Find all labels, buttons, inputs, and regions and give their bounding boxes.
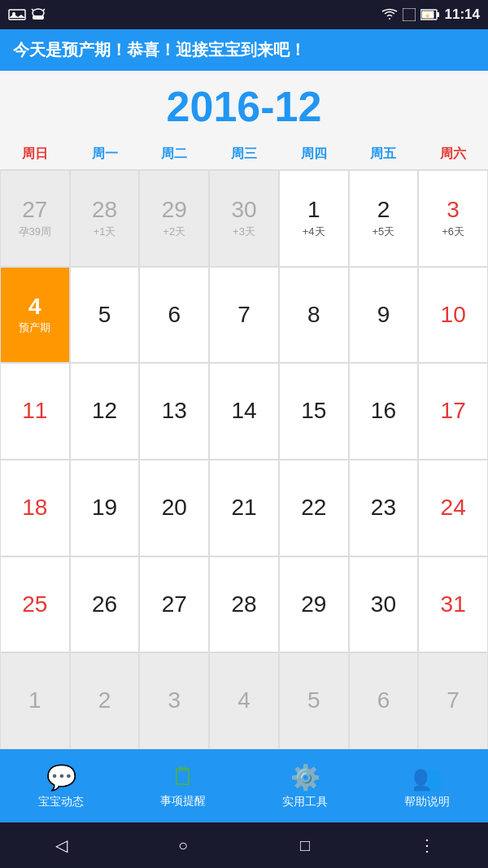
day-number: 30 bbox=[371, 592, 396, 617]
nav-item-2[interactable]: ⚙️实用工具 bbox=[244, 749, 366, 822]
day-number: 1 bbox=[307, 198, 320, 223]
home-button[interactable]: ○ bbox=[167, 829, 199, 861]
day-number: 28 bbox=[231, 592, 256, 617]
cal-cell-w2-d4[interactable]: 15 bbox=[279, 363, 349, 460]
svg-text:⚡: ⚡ bbox=[424, 12, 431, 20]
day-sublabel: +1天 bbox=[94, 225, 116, 239]
cal-cell-w3-d0[interactable]: 18 bbox=[0, 460, 70, 556]
cal-cell-w4-d3[interactable]: 28 bbox=[209, 556, 279, 653]
cal-cell-w5-d2[interactable]: 3 bbox=[139, 652, 209, 749]
cal-cell-w5-d4[interactable]: 5 bbox=[279, 652, 349, 749]
day-number: 8 bbox=[307, 303, 320, 328]
cal-cell-w1-d5[interactable]: 9 bbox=[349, 267, 419, 364]
cal-cell-w3-d1[interactable]: 19 bbox=[70, 460, 140, 556]
wifi-icon bbox=[381, 8, 398, 21]
svg-line-3 bbox=[32, 9, 33, 11]
cal-cell-w2-d6[interactable]: 17 bbox=[418, 363, 488, 460]
cal-cell-w5-d1[interactable]: 2 bbox=[70, 652, 140, 749]
month-header: 2016-12 bbox=[0, 71, 488, 136]
cal-cell-w0-d1[interactable]: 28+1天 bbox=[70, 170, 140, 267]
day-number: 7 bbox=[447, 688, 460, 713]
cal-cell-w0-d0[interactable]: 27孕39周 bbox=[0, 170, 70, 267]
cal-cell-w4-d4[interactable]: 29 bbox=[279, 556, 349, 653]
dow-0: 周日 bbox=[0, 142, 70, 166]
cal-cell-w0-d4[interactable]: 1+4天 bbox=[279, 170, 349, 267]
cal-cell-w3-d4[interactable]: 22 bbox=[279, 460, 349, 556]
cal-cell-w2-d0[interactable]: 11 bbox=[0, 363, 70, 460]
nav-icon-1: 🗒 bbox=[171, 763, 195, 791]
cal-cell-w1-d6[interactable]: 10 bbox=[418, 267, 488, 364]
day-number: 6 bbox=[377, 688, 390, 713]
nav-label-3: 帮助说明 bbox=[404, 795, 450, 809]
signal-icon bbox=[403, 8, 416, 21]
nav-label-2: 实用工具 bbox=[282, 795, 328, 809]
cal-cell-w1-d3[interactable]: 7 bbox=[209, 267, 279, 364]
day-number: 26 bbox=[92, 592, 117, 617]
cal-cell-w2-d5[interactable]: 16 bbox=[349, 363, 419, 460]
day-number: 15 bbox=[301, 399, 326, 424]
day-number: 3 bbox=[447, 198, 460, 223]
dow-2: 周二 bbox=[139, 142, 209, 166]
cal-cell-w3-d5[interactable]: 23 bbox=[349, 460, 419, 556]
nav-item-1[interactable]: 🗒事项提醒 bbox=[122, 749, 244, 822]
day-number: 14 bbox=[231, 399, 256, 424]
nav-icon-2: ⚙️ bbox=[290, 763, 320, 792]
android-nav-bar: ◁ ○ □ ⋮ bbox=[0, 822, 488, 868]
android-icon bbox=[31, 8, 46, 21]
day-number: 7 bbox=[237, 303, 251, 328]
day-number: 10 bbox=[441, 303, 466, 328]
cal-cell-w4-d5[interactable]: 30 bbox=[349, 556, 419, 653]
cal-cell-w0-d2[interactable]: 29+2天 bbox=[139, 170, 209, 267]
announcement-banner: 今天是预产期！恭喜！迎接宝宝到来吧！ bbox=[0, 29, 488, 71]
day-number: 24 bbox=[441, 495, 466, 521]
day-number: 18 bbox=[22, 495, 47, 521]
back-button[interactable]: ◁ bbox=[45, 829, 77, 861]
cal-cell-w2-d2[interactable]: 13 bbox=[139, 363, 209, 460]
cal-cell-w1-d0[interactable]: 4预产期 bbox=[0, 267, 70, 364]
cal-cell-w5-d3[interactable]: 4 bbox=[209, 652, 279, 749]
cal-cell-w2-d3[interactable]: 14 bbox=[209, 363, 279, 460]
cal-cell-w5-d5[interactable]: 6 bbox=[349, 652, 419, 749]
day-number: 31 bbox=[441, 592, 466, 617]
cal-cell-w3-d2[interactable]: 20 bbox=[139, 460, 209, 556]
day-number: 13 bbox=[162, 399, 187, 424]
menu-button[interactable]: ⋮ bbox=[411, 829, 443, 861]
cal-cell-w3-d3[interactable]: 21 bbox=[209, 460, 279, 556]
cal-cell-w0-d3[interactable]: 30+3天 bbox=[209, 170, 279, 267]
cal-cell-w0-d6[interactable]: 3+6天 bbox=[418, 170, 488, 267]
day-number: 9 bbox=[377, 303, 390, 328]
cal-cell-w1-d4[interactable]: 8 bbox=[279, 267, 349, 364]
cal-cell-w4-d6[interactable]: 31 bbox=[418, 556, 488, 653]
day-number: 1 bbox=[28, 688, 41, 713]
cal-cell-w3-d6[interactable]: 24 bbox=[418, 460, 488, 556]
status-bar: ⚡ 11:14 bbox=[0, 0, 488, 29]
cal-cell-w4-d1[interactable]: 26 bbox=[70, 556, 140, 653]
dow-4: 周四 bbox=[279, 142, 349, 166]
cal-cell-w1-d1[interactable]: 5 bbox=[70, 267, 140, 364]
day-number: 5 bbox=[98, 303, 111, 328]
cal-cell-w5-d6[interactable]: 7 bbox=[418, 652, 488, 749]
cal-cell-w5-d0[interactable]: 1 bbox=[0, 652, 70, 749]
day-number: 16 bbox=[371, 399, 396, 424]
day-number: 5 bbox=[307, 688, 320, 713]
day-sublabel: +2天 bbox=[163, 225, 185, 239]
cal-cell-w1-d2[interactable]: 6 bbox=[139, 267, 209, 364]
photo-icon bbox=[8, 8, 26, 21]
day-number: 22 bbox=[301, 495, 326, 521]
day-number: 28 bbox=[92, 198, 117, 223]
day-number: 2 bbox=[98, 688, 111, 713]
cal-cell-w4-d2[interactable]: 27 bbox=[139, 556, 209, 653]
nav-item-3[interactable]: 👥帮助说明 bbox=[366, 749, 488, 822]
bottom-navigation: 💬宝宝动态🗒事项提醒⚙️实用工具👥帮助说明 bbox=[0, 749, 488, 822]
nav-icon-3: 👥 bbox=[412, 763, 442, 792]
svg-rect-0 bbox=[9, 10, 25, 20]
day-number: 4 bbox=[28, 294, 41, 320]
dow-1: 周一 bbox=[70, 142, 140, 166]
cal-cell-w2-d1[interactable]: 12 bbox=[70, 363, 140, 460]
nav-item-0[interactable]: 💬宝宝动态 bbox=[0, 749, 122, 822]
cal-cell-w4-d0[interactable]: 25 bbox=[0, 556, 70, 653]
recent-button[interactable]: □ bbox=[289, 829, 321, 861]
cal-cell-w0-d5[interactable]: 2+5天 bbox=[349, 170, 419, 267]
dow-6: 周六 bbox=[418, 142, 488, 166]
day-sublabel: +4天 bbox=[303, 225, 325, 239]
